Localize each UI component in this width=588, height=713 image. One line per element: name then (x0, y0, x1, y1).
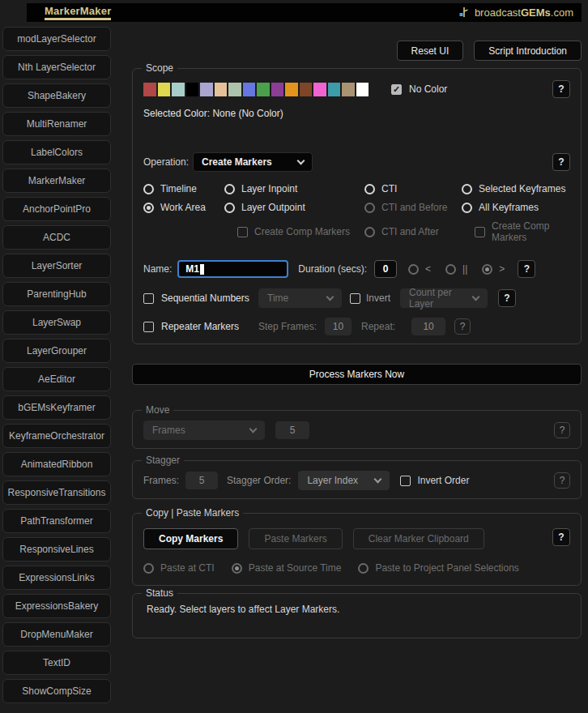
swatch-sea-foam[interactable] (228, 83, 241, 96)
radio-duration-before[interactable]: < (408, 263, 431, 275)
scope-help-button[interactable]: ? (552, 80, 570, 98)
sidebar-item-parentinghub[interactable]: ParentingHub (2, 282, 111, 306)
radio-duration-after[interactable]: > (482, 263, 505, 275)
radio-icon (462, 184, 472, 194)
invert-label: Invert (366, 292, 390, 304)
sidebar-item-expressionsbakery[interactable]: ExpressionsBakery (2, 594, 111, 618)
sidebar-item-modlayerselector[interactable]: modLayerSelector (2, 27, 111, 51)
sidebar-item-expressionslinks[interactable]: ExpressionsLinks (2, 566, 111, 590)
radio-paste-to-project-panel[interactable]: Paste to Project Panel Selections (358, 562, 518, 574)
script-introduction-button[interactable]: Script Introduction (474, 41, 582, 61)
swatch-lavender[interactable] (200, 83, 213, 96)
radio-duration-center[interactable]: || (445, 263, 467, 275)
sidebar-item-multirenamer[interactable]: MultiRenamer (2, 112, 111, 136)
scope-panel: Scope ✓ No Color ? Selected Color: (132, 68, 582, 344)
paste-markers-button[interactable]: Paste Markers (249, 528, 342, 549)
checkbox-create-comp-markers-left[interactable]: Create Comp Markers (224, 220, 364, 243)
move-unit-select[interactable]: Frames (143, 421, 265, 440)
radio-selected-icon (482, 264, 492, 275)
copy-paste-help-button[interactable]: ? (552, 528, 570, 546)
radio-icon (224, 203, 235, 213)
sidebar-item-showcompsize[interactable]: ShowCompSize (2, 679, 111, 703)
radio-timeline[interactable]: Timeline (143, 183, 224, 194)
radio-selected-keyframes[interactable]: Selected Keyframes (462, 183, 570, 194)
sidebar-item-layergrouper[interactable]: LayerGrouper (2, 339, 111, 363)
swatch-aqua[interactable] (172, 83, 185, 96)
radio-paste-at-cti[interactable]: Paste at CTI (143, 562, 215, 574)
swatch-cyan[interactable] (328, 83, 341, 96)
swatch-brown[interactable] (300, 83, 313, 96)
sequential-help-button[interactable]: ? (498, 289, 516, 307)
stagger-order-label: Stagger Order: (227, 475, 291, 486)
sidebar-item-anchorpointpro[interactable]: AnchorPointPro (2, 197, 111, 221)
repeat-input[interactable]: 10 (411, 318, 445, 335)
stagger-frames-input[interactable]: 5 (185, 472, 218, 489)
swatch-purple[interactable] (271, 83, 284, 96)
sidebar-item-layersorter[interactable]: LayerSorter (2, 254, 111, 278)
radio-paste-at-source-time[interactable]: Paste at Source Time (232, 562, 342, 574)
swatch-yellow[interactable] (158, 83, 171, 96)
radio-icon (462, 203, 472, 213)
swatch-red[interactable] (143, 83, 156, 96)
repeater-markers-checkbox[interactable] (143, 322, 154, 332)
sidebar-item-labelcolors[interactable]: LabelColors (2, 140, 111, 164)
radio-work-area[interactable]: Work Area (143, 202, 224, 213)
radio-cti-and-after[interactable]: CTI and After (364, 220, 462, 243)
reset-ui-button[interactable]: Reset UI (397, 41, 464, 61)
operation-help-button[interactable]: ? (552, 153, 570, 171)
count-mode-select[interactable]: Count per Layer (400, 288, 488, 308)
sidebar-item-acdc[interactable]: ACDC (2, 225, 111, 250)
move-help-button[interactable]: ? (554, 422, 570, 438)
sidebar-item-nth-layerselector[interactable]: Nth LayerSelector (2, 55, 111, 79)
operation-select[interactable]: Create Markers (193, 152, 313, 172)
sidebar-item-pathtransformer[interactable]: PathTransformer (2, 509, 111, 533)
sequential-numbers-checkbox[interactable] (143, 293, 154, 304)
sidebar-item-layerswap[interactable]: LayerSwap (2, 310, 111, 335)
clear-marker-clipboard-button[interactable]: Clear Marker Clipboard (353, 528, 484, 549)
sidebar-item-markermaker[interactable]: MarkerMaker (2, 169, 111, 193)
sidebar-item-animatedribbon[interactable]: AnimatedRibbon (2, 452, 111, 476)
checkbox-create-comp-markers-right[interactable]: Create Comp Markers (462, 220, 570, 243)
radio-cti[interactable]: CTI (364, 183, 462, 194)
swatch-blue[interactable] (243, 83, 256, 96)
sidebar-item-shapebakery[interactable]: ShapeBakery (2, 83, 111, 108)
marker-name-input[interactable]: M1 (177, 260, 288, 278)
sidebar-item-aeeditor[interactable]: AeEditor (2, 367, 111, 391)
swatch-peach[interactable] (215, 83, 228, 96)
sequential-mode-select[interactable]: Time (258, 288, 342, 308)
radio-layer-inpoint[interactable]: Layer Inpoint (224, 183, 364, 194)
invert-order-checkbox[interactable] (400, 476, 411, 486)
move-amount-input[interactable]: 5 (275, 421, 309, 439)
swatch-fuchsia[interactable] (313, 83, 326, 96)
sidebar-item-responsivetransitions[interactable]: ResponsiveTransitions (2, 480, 111, 505)
checkbox-icon (475, 227, 485, 237)
swatch-orange[interactable] (285, 83, 298, 96)
sidebar-item-dropmenumaker[interactable]: DropMenuMaker (2, 622, 111, 647)
operation-row: Operation: Create Markers ? (143, 152, 570, 172)
radio-all-keyframes[interactable]: All Keyframes (462, 202, 570, 213)
sidebar-item-textid[interactable]: TextID (2, 651, 111, 675)
copy-markers-button[interactable]: Copy Markers (143, 528, 238, 549)
swatch-green[interactable] (257, 83, 270, 96)
repeater-help-button[interactable]: ? (454, 318, 471, 335)
swatch-sandstone[interactable] (342, 83, 355, 96)
swatch-white[interactable] (356, 83, 369, 96)
sidebar-item-responsivelines[interactable]: ResponsiveLines (2, 537, 111, 561)
repeater-markers-option: Repeater Markers (143, 321, 258, 332)
name-duration-help-button[interactable]: ? (518, 260, 535, 278)
radio-selected-icon (232, 563, 242, 574)
copy-paste-panel: Copy | Paste Markers Copy Markers Paste … (132, 513, 582, 586)
invert-checkbox[interactable] (350, 293, 360, 304)
duration-input[interactable]: 0 (374, 260, 397, 278)
repeater-row: Repeater Markers Step Frames: 10 Repeat:… (143, 318, 570, 335)
radio-cti-and-before[interactable]: CTI and Before (364, 202, 462, 213)
step-frames-input[interactable]: 10 (325, 318, 352, 335)
stagger-help-button[interactable]: ? (554, 472, 570, 489)
sidebar-item-keyframeorchestrator[interactable]: KeyframeOrchestrator (2, 424, 111, 448)
process-markers-button[interactable]: Process Markers Now (132, 364, 582, 385)
no-color-checkbox[interactable]: ✓ (391, 84, 402, 95)
swatch-black[interactable] (186, 83, 199, 96)
sidebar-item-bgemskeyframer[interactable]: bGEMsKeyframer (2, 395, 111, 420)
radio-layer-outpoint[interactable]: Layer Outpoint (224, 202, 364, 213)
stagger-order-select[interactable]: Layer Index (298, 471, 390, 490)
